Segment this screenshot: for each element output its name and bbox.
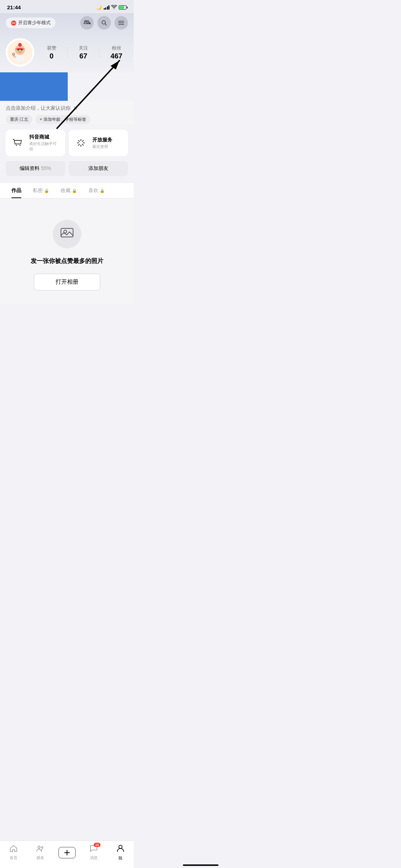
photo-placeholder-icon: [60, 227, 74, 241]
stat-following-label: 关注: [79, 45, 88, 51]
add-tags-button[interactable]: + 添加年龄、学校等标签: [35, 115, 90, 124]
tab-private-label: 私密: [33, 187, 43, 194]
open-service-title: 开放服务: [92, 137, 112, 143]
status-time: 21:44: [7, 4, 21, 10]
tab-private[interactable]: 私密 🔒: [27, 183, 55, 198]
location-tag[interactable]: 重庆·江北: [6, 115, 32, 124]
stat-likes-label: 获赞: [47, 45, 56, 51]
empty-content-title: 发一张你被点赞最多的照片: [31, 257, 103, 265]
photo-icon-circle: [53, 220, 81, 248]
shop-service-subtitle: 美好生活触手可得: [29, 141, 60, 152]
svg-point-8: [15, 55, 25, 62]
stat-followers[interactable]: 粉丝 467: [110, 45, 122, 60]
status-icons: 🌙: [96, 5, 127, 10]
svg-point-13: [21, 49, 22, 51]
stat-followers-label: 粉丝: [112, 45, 121, 51]
menu-button[interactable]: [114, 16, 128, 30]
bio-text-content: 点击添加介绍，让大家认识你: [6, 105, 71, 112]
tab-likes[interactable]: 喜欢 🔒: [83, 183, 110, 198]
status-bar: 21:44 🌙: [0, 0, 134, 13]
stat-followers-value: 467: [110, 52, 122, 60]
tab-favorites[interactable]: 收藏 🔒: [55, 183, 83, 198]
svg-rect-19: [61, 228, 73, 237]
svg-point-12: [17, 49, 19, 51]
tab-works-label: 作品: [11, 187, 21, 194]
tab-likes-label: 喜欢: [88, 187, 98, 194]
open-service-card[interactable]: 开放服务 最近使用: [69, 130, 128, 156]
svg-point-0: [87, 21, 88, 22]
edit-profile-button[interactable]: 编辑资料 55%: [6, 161, 65, 176]
tabs-row: 作品 私密 🔒 收藏 🔒 喜欢 🔒: [0, 183, 134, 198]
friends-button[interactable]: [80, 16, 94, 30]
open-service-text: 开放服务 最近使用: [92, 137, 112, 149]
wifi-icon: [111, 5, 117, 10]
battery-icon: [119, 5, 127, 10]
header-top: ⛔ 开启青少年模式: [6, 16, 128, 30]
youth-mode-label: 开启青少年模式: [18, 20, 51, 26]
open-album-button[interactable]: 打开相册: [34, 274, 100, 290]
blue-banner: [0, 72, 68, 101]
header-actions: [80, 16, 128, 30]
stat-following[interactable]: 关注 67: [79, 45, 88, 60]
shop-service-text: 抖音商城 美好生活触手可得: [29, 134, 60, 152]
svg-point-17: [16, 145, 17, 146]
services-row: 抖音商城 美好生活触手可得 开放服务 最近使用: [6, 130, 128, 156]
bio-text[interactable]: 点击添加介绍，让大家认识你 ✎: [6, 105, 128, 112]
profile-info: 获赞 0 关注 67 粉丝 467: [6, 35, 128, 72]
signal-bars: [104, 5, 110, 10]
likes-lock-icon: 🔒: [100, 188, 105, 193]
open-service-icon: [74, 136, 88, 150]
svg-line-3: [105, 24, 107, 25]
stats-container: 获赞 0 关注 67 粉丝 467: [41, 45, 128, 60]
shop-service-card[interactable]: 抖音商城 美好生活触手可得: [6, 130, 65, 156]
svg-point-18: [19, 145, 20, 146]
stat-following-value: 67: [79, 52, 87, 60]
stat-likes-value: 0: [50, 52, 53, 60]
open-service-subtitle: 最近使用: [92, 144, 112, 149]
youth-mode-icon: ⛔: [11, 20, 16, 26]
stat-divider-1: [67, 47, 68, 58]
favorites-lock-icon: 🔒: [72, 188, 77, 193]
moon-icon: 🌙: [96, 5, 102, 10]
stat-divider-2: [99, 47, 99, 58]
bio-edit-icon: ✎: [73, 105, 78, 111]
private-lock-icon: 🔒: [44, 188, 49, 193]
content-area: 发一张你被点赞最多的照片 打开相册: [0, 198, 134, 305]
tab-favorites-label: 收藏: [61, 187, 71, 194]
stat-likes[interactable]: 获赞 0: [47, 45, 56, 60]
tab-works[interactable]: 作品: [6, 183, 27, 198]
add-friends-button[interactable]: 添加朋友: [69, 161, 128, 176]
avatar[interactable]: [6, 38, 34, 67]
header: ⛔ 开启青少年模式: [0, 13, 134, 72]
action-buttons: 编辑资料 55% 添加朋友: [6, 161, 128, 176]
search-button[interactable]: [97, 16, 111, 30]
shop-icon: [11, 136, 25, 150]
bio-section: 点击添加介绍，让大家认识你 ✎ 重庆·江北 + 添加年龄、学校等标签: [0, 101, 134, 124]
tags-row: 重庆·江北 + 添加年龄、学校等标签: [6, 115, 128, 124]
shop-service-title: 抖音商城: [29, 134, 60, 140]
youth-mode-button[interactable]: ⛔ 开启青少年模式: [6, 17, 56, 28]
